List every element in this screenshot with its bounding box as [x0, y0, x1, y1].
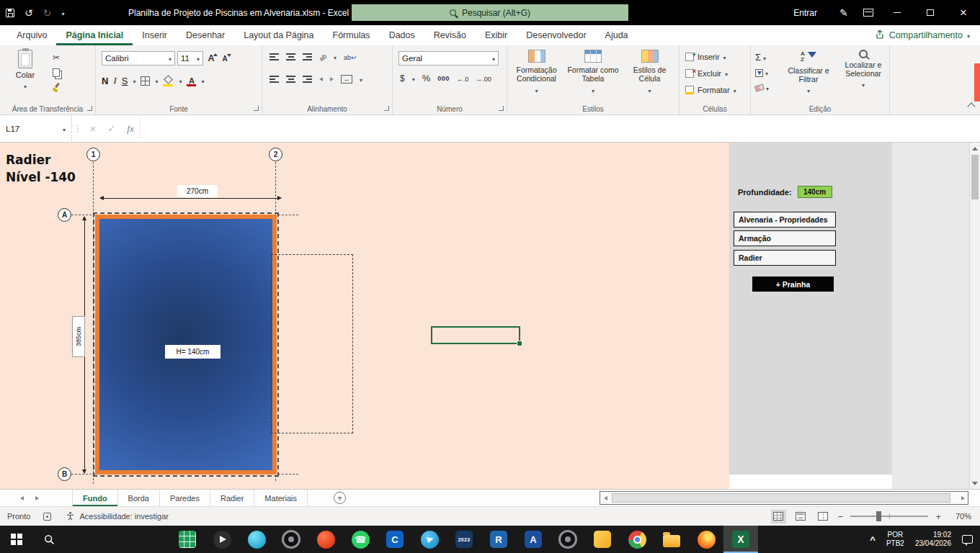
percent-style-icon[interactable] — [422, 73, 431, 84]
font-dialog-launcher-icon[interactable] — [254, 106, 259, 111]
previous-sheet-icon[interactable] — [20, 496, 24, 500]
tab-pagina-inicial[interactable]: Página Inicial — [56, 25, 133, 45]
taskbar-app-2023-icon[interactable]: 2023 — [447, 526, 481, 553]
taskbar-search-button[interactable] — [33, 526, 65, 553]
cell-styles-button[interactable]: Estilos de Célula — [623, 50, 677, 96]
formula-bar-drag-handle[interactable] — [72, 115, 84, 142]
qat-customize-caret-icon[interactable] — [61, 8, 64, 18]
action-center-icon[interactable] — [962, 535, 973, 544]
comma-style-button[interactable]: 000 — [437, 75, 450, 82]
start-button[interactable] — [0, 526, 33, 553]
share-button[interactable]: Compartilhamento — [875, 25, 970, 45]
dashed-outline-shape[interactable] — [271, 254, 353, 433]
insert-cells-button[interactable]: Inserir — [685, 50, 736, 63]
format-cells-button[interactable]: Formatar — [685, 84, 736, 96]
taskbar-app-media-icon[interactable] — [205, 526, 239, 553]
taskbar-app-red-round-icon[interactable] — [308, 526, 343, 553]
undo-icon[interactable] — [24, 7, 33, 19]
zoom-percentage[interactable]: 70% — [948, 512, 971, 521]
scroll-left-icon[interactable] — [600, 492, 610, 504]
decrease-decimal-icon[interactable] — [476, 73, 491, 84]
zoom-slider[interactable] — [850, 516, 928, 517]
tab-exibir[interactable]: Exibir — [476, 25, 517, 45]
align-bottom-icon[interactable] — [303, 53, 312, 60]
zoom-in-icon[interactable] — [935, 511, 941, 522]
tab-dados[interactable]: Dados — [380, 25, 424, 45]
autosum-button[interactable] — [755, 52, 769, 63]
prainha-button[interactable]: + Prainha — [752, 276, 834, 292]
tab-desenhar[interactable]: Desenhar — [177, 25, 234, 45]
wrap-text-icon[interactable] — [344, 52, 357, 62]
taskbar-app-wheel-icon[interactable] — [274, 526, 308, 553]
close-button[interactable] — [947, 0, 980, 25]
view-normal-button[interactable] — [771, 510, 786, 523]
font-name-combo[interactable]: Calibri — [102, 51, 175, 66]
tab-desenvolvedor[interactable]: Desenvolvedor — [517, 25, 595, 45]
taskbar-app-blue-round-icon[interactable] — [239, 526, 274, 553]
hidden-icons-chevron-icon[interactable] — [870, 534, 876, 545]
orientation-caret-icon[interactable] — [334, 52, 337, 62]
tab-layout-da-pagina[interactable]: Layout da Página — [234, 25, 323, 45]
decrease-font-icon[interactable] — [219, 53, 231, 63]
panel-button-armacao[interactable]: Armação — [734, 230, 836, 246]
alignment-dialog-launcher-icon[interactable] — [384, 106, 389, 111]
accounting-caret-icon[interactable] — [412, 73, 415, 84]
taskbar-clock[interactable]: 19:02 23/04/2026 — [915, 531, 951, 548]
taskbar-app-telegram-icon[interactable] — [412, 526, 447, 553]
font-color-icon[interactable] — [187, 76, 196, 86]
ribbon-display-options-icon[interactable] — [856, 9, 881, 17]
taskbar-app-r-icon[interactable]: R — [481, 526, 516, 553]
inking-icon[interactable] — [832, 7, 856, 19]
accessibility-status[interactable]: Acessibilidade: investigar — [66, 511, 169, 522]
macro-record-icon[interactable] — [43, 513, 51, 521]
increase-decimal-icon[interactable] — [457, 73, 469, 84]
fill-color-caret-icon[interactable] — [179, 76, 182, 86]
align-middle-icon[interactable] — [286, 53, 295, 60]
font-size-combo[interactable]: 11 — [177, 51, 203, 66]
underline-button[interactable]: S — [122, 76, 128, 86]
tab-arquivo[interactable]: Arquivo — [7, 25, 56, 45]
taskbar-app-explorer-icon[interactable] — [654, 526, 689, 553]
borders-icon[interactable] — [141, 76, 150, 86]
tab-revisao[interactable]: Revisão — [424, 25, 476, 45]
worksheet-canvas[interactable]: Radier Nível -140 1 2 A B 270cm 385cm H=… — [0, 143, 980, 489]
language-indicator[interactable]: POR PTB2 — [886, 531, 904, 548]
align-left-icon[interactable] — [270, 76, 279, 83]
number-format-combo[interactable]: Geral — [398, 51, 499, 66]
align-right-icon[interactable] — [303, 76, 312, 83]
view-page-layout-button[interactable] — [793, 510, 808, 523]
collapse-ribbon-icon[interactable] — [967, 102, 975, 110]
minimize-button[interactable] — [881, 0, 914, 25]
fill-button[interactable] — [755, 68, 769, 78]
copy-icon[interactable] — [53, 68, 60, 77]
format-as-table-button[interactable]: Formatar como Tabela — [566, 50, 620, 96]
decrease-indent-icon[interactable] — [319, 77, 323, 81]
accounting-format-icon[interactable] — [400, 73, 405, 84]
taskbar-app-excel-icon[interactable]: X — [723, 526, 758, 553]
name-box[interactable]: L17 — [0, 115, 72, 142]
bold-button[interactable]: N — [102, 76, 108, 86]
next-sheet-icon[interactable] — [35, 496, 39, 500]
sheet-tab-fundo[interactable]: Fundo — [72, 490, 118, 506]
sheet-tab-paredes[interactable]: Paredes — [160, 490, 210, 506]
tab-ajuda[interactable]: Ajuda — [596, 25, 638, 45]
scroll-up-icon[interactable] — [970, 143, 980, 154]
horizontal-scroll-thumb[interactable] — [612, 493, 950, 503]
sheet-tab-borda[interactable]: Borda — [118, 490, 160, 506]
cut-icon[interactable] — [53, 53, 60, 63]
sheet-tab-materiais[interactable]: Materiais — [254, 490, 308, 506]
align-center-icon[interactable] — [286, 76, 295, 83]
fill-color-icon[interactable] — [163, 76, 174, 86]
taskbar-app-wheel2-icon[interactable] — [551, 526, 585, 553]
insert-function-icon[interactable]: fx — [121, 115, 140, 142]
font-color-caret-icon[interactable] — [201, 76, 204, 86]
find-select-button[interactable]: Localizar e Selecionar — [837, 50, 889, 90]
align-top-icon[interactable] — [270, 53, 279, 60]
orientation-icon[interactable] — [319, 52, 326, 62]
cancel-entry-icon[interactable] — [84, 115, 102, 142]
tab-formulas[interactable]: Fórmulas — [324, 25, 380, 45]
maximize-button[interactable] — [914, 0, 947, 25]
new-sheet-button[interactable]: + — [334, 492, 346, 504]
zoom-out-icon[interactable] — [838, 511, 844, 522]
sign-in-button[interactable]: Entrar — [779, 8, 832, 18]
